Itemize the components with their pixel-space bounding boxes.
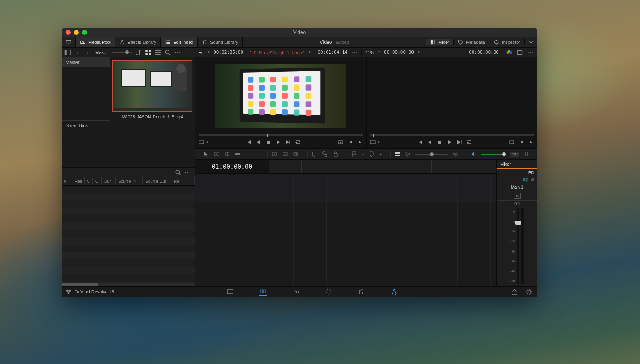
- play-icon[interactable]: [447, 139, 453, 145]
- edit-index-scrollbar[interactable]: [62, 283, 195, 286]
- col-source-out[interactable]: Source Out: [143, 177, 171, 185]
- video-track[interactable]: [195, 174, 496, 202]
- edit-index-toggle[interactable]: Edit Index: [161, 37, 198, 47]
- chevron-down-icon[interactable]: ▼: [377, 141, 381, 144]
- zoom-fit-button[interactable]: Fit: [199, 50, 203, 55]
- clip-thumbnail[interactable]: [112, 60, 192, 112]
- timeline-view-icon[interactable]: [394, 151, 400, 157]
- source-timecode[interactable]: 00:01:04:14: [318, 50, 347, 55]
- minimize-button[interactable]: [74, 30, 79, 35]
- record-tc-right[interactable]: 00:00:00:00: [469, 50, 499, 55]
- list-view-icon[interactable]: [154, 49, 162, 56]
- search-icon[interactable]: [164, 49, 171, 56]
- thumbnail-size-slider[interactable]: [112, 52, 132, 53]
- marker-icon[interactable]: [368, 151, 375, 157]
- single-viewer-icon[interactable]: [516, 49, 523, 56]
- zoom-slider[interactable]: [415, 154, 448, 155]
- source-filename[interactable]: 181025_JAS...gh_1_5.mp4: [250, 50, 304, 55]
- lock-icon[interactable]: [332, 151, 339, 157]
- chevron-down-icon[interactable]: ▼: [207, 50, 210, 54]
- mute-icon[interactable]: [523, 151, 530, 157]
- media-pool-toggle[interactable]: Media Pool: [76, 37, 115, 47]
- col-reel[interactable]: Ree: [72, 177, 85, 185]
- fusion-page-icon[interactable]: [292, 288, 300, 296]
- mark-out-icon[interactable]: [357, 139, 363, 145]
- more-options-icon[interactable]: ⋯: [527, 49, 534, 56]
- chevron-down-icon[interactable]: ▼: [308, 50, 311, 54]
- mixer-channel[interactable]: M1: [497, 169, 537, 176]
- effects-library-toggle[interactable]: Effects Library: [115, 37, 161, 47]
- bin-master[interactable]: Master: [62, 57, 110, 67]
- stop-icon[interactable]: [437, 139, 443, 145]
- replace-clip-icon[interactable]: [293, 151, 299, 157]
- mute-button[interactable]: M: [514, 193, 521, 199]
- next-frame-icon[interactable]: [457, 139, 462, 145]
- source-scrubber[interactable]: [199, 134, 363, 136]
- mark-in-icon[interactable]: [519, 139, 524, 145]
- insert-clip-icon[interactable]: [271, 151, 278, 157]
- sound-library-toggle[interactable]: Sound Library: [198, 37, 243, 47]
- workspace-layout-button[interactable]: [62, 37, 76, 47]
- timeline-timecode[interactable]: 01:00:00:00: [195, 160, 269, 173]
- grid-view-icon[interactable]: [144, 49, 152, 56]
- col-v[interactable]: V: [85, 177, 93, 185]
- volume-slider[interactable]: [481, 154, 506, 155]
- stop-icon[interactable]: [265, 139, 271, 145]
- match-frame-icon[interactable]: [338, 139, 343, 145]
- audio-track[interactable]: [195, 202, 496, 286]
- edit-page-icon[interactable]: [259, 288, 267, 296]
- first-frame-icon[interactable]: [246, 139, 251, 145]
- timeline-ruler[interactable]: [269, 160, 496, 173]
- viewer-mode-icon[interactable]: [370, 139, 376, 145]
- chevron-down-icon[interactable]: ▼: [379, 153, 382, 156]
- prev-frame-icon[interactable]: [256, 139, 261, 145]
- arrow-tool-icon[interactable]: [203, 151, 209, 157]
- more-options-icon[interactable]: ⋯: [184, 169, 192, 176]
- chevron-down-icon[interactable]: ▼: [361, 153, 364, 156]
- titlebar[interactable]: Video: [62, 28, 537, 37]
- mark-in-icon[interactable]: [347, 139, 353, 145]
- zoom-percent[interactable]: 41%: [365, 50, 374, 55]
- first-frame-icon[interactable]: [417, 139, 423, 145]
- metadata-toggle[interactable]: Metadata: [454, 39, 489, 45]
- viewer-mode-icon[interactable]: [199, 139, 204, 145]
- snap-icon[interactable]: [311, 151, 318, 157]
- match-frame-icon[interactable]: [509, 139, 514, 145]
- mixer-eq-button[interactable]: EQ: [497, 176, 537, 183]
- bypass-color-icon[interactable]: [505, 49, 513, 56]
- record-scrubber[interactable]: [370, 134, 535, 136]
- dim-button[interactable]: DIM: [510, 152, 519, 157]
- scrubber-playhead[interactable]: [373, 134, 374, 137]
- mixer-main-label[interactable]: Main 1: [497, 183, 537, 191]
- trim-tool-icon[interactable]: [213, 151, 220, 157]
- maximize-button[interactable]: [82, 30, 87, 35]
- col-source-in[interactable]: Source In: [116, 177, 143, 185]
- mixer-toggle[interactable]: Mixer: [426, 39, 454, 45]
- flag-icon[interactable]: [351, 151, 357, 157]
- next-frame-icon[interactable]: [285, 139, 291, 145]
- more-options-icon[interactable]: ⋯: [351, 49, 358, 56]
- sort-icon[interactable]: [135, 49, 142, 56]
- record-canvas[interactable]: [370, 59, 535, 133]
- source-canvas[interactable]: [199, 59, 363, 133]
- col-c[interactable]: C: [93, 177, 102, 185]
- fader-handle[interactable]: [515, 221, 521, 225]
- bin-content[interactable]: 181025_JASON_Rough_1_5.mp4: [110, 57, 195, 167]
- col-number[interactable]: #: [62, 177, 72, 185]
- loop-icon[interactable]: [295, 139, 301, 145]
- timeline-tracks[interactable]: [195, 174, 496, 286]
- chevron-down-icon[interactable]: ▼: [417, 50, 421, 54]
- deliver-page-icon[interactable]: [390, 288, 398, 296]
- inspector-toggle[interactable]: Inspector: [489, 39, 525, 45]
- chevron-down-icon[interactable]: ▼: [377, 50, 381, 54]
- close-button[interactable]: [66, 30, 71, 35]
- scrubber-playhead[interactable]: [267, 134, 268, 137]
- more-options-icon[interactable]: ⋯: [530, 162, 534, 167]
- fader-track[interactable]: [517, 208, 519, 284]
- settings-icon[interactable]: [525, 288, 533, 296]
- search-icon[interactable]: [174, 169, 182, 176]
- zoom-out-icon[interactable]: [405, 151, 411, 157]
- chevron-down-icon[interactable]: ▼: [206, 141, 209, 144]
- home-icon[interactable]: [510, 288, 519, 296]
- zoom-in-icon[interactable]: [452, 151, 459, 157]
